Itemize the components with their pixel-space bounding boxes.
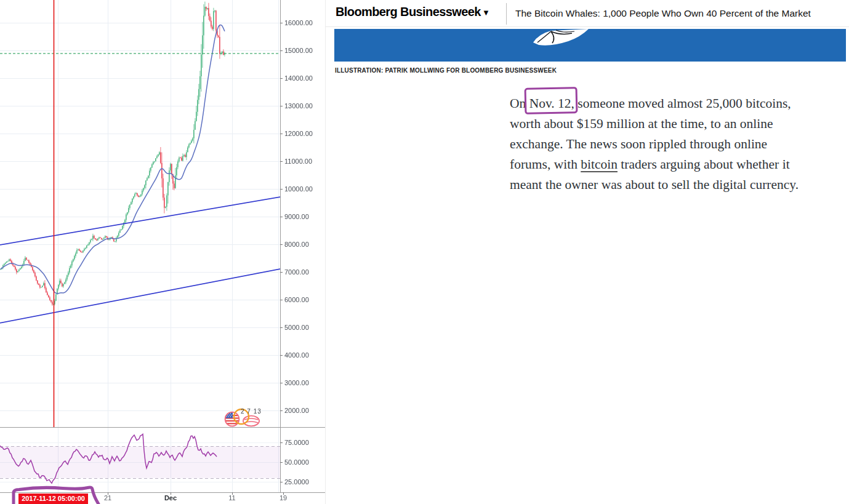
rsi-axis-label: 50.0000 bbox=[284, 458, 309, 466]
price-axis-label: 13000.00 bbox=[284, 102, 313, 110]
price-axis-label: 7000.00 bbox=[284, 268, 309, 276]
price-axis-label: 12000.00 bbox=[284, 130, 313, 137]
paragraph-line: forums, with bitcoin traders arguing abo… bbox=[510, 154, 849, 175]
illustration-credit: ILLUSTRATION: PATRIK MOLLWING FOR BLOOMB… bbox=[335, 67, 557, 74]
price-chart-canvas[interactable] bbox=[0, 0, 325, 504]
price-axis-label: 8000.00 bbox=[284, 241, 309, 248]
price-axis-label: 10000.00 bbox=[284, 185, 313, 193]
sketch-flag-icon bbox=[243, 416, 259, 426]
masthead: Bloomberg Businessweek ▼ The Bitcoin Wha… bbox=[326, 0, 849, 27]
price-axis-label: 15000.00 bbox=[284, 47, 313, 54]
article-hero-image bbox=[334, 29, 846, 62]
price-axis-label: 5000.00 bbox=[284, 324, 309, 331]
rsi-axis-label: 25.0000 bbox=[284, 478, 309, 486]
price-axis-label: 4000.00 bbox=[284, 351, 309, 359]
time-axis-label: 19 bbox=[280, 494, 287, 502]
price-axis-label: 3000.00 bbox=[284, 379, 309, 386]
screen: 16000.0015000.0014000.0013000.0012000.00… bbox=[0, 0, 849, 504]
whale-illustration-icon bbox=[531, 29, 590, 49]
price-axis-label: 11000.00 bbox=[284, 158, 312, 165]
price-axis-label: 2000.00 bbox=[284, 407, 309, 414]
article-paragraph: On Nov. 12, someone moved almost 25,000 … bbox=[510, 94, 849, 195]
hand-drawn-annotation-nov12: Nov. 12, bbox=[529, 96, 574, 111]
price-axis-label: 6000.00 bbox=[284, 296, 309, 303]
paragraph-line: worth about $159 million at the time, to… bbox=[510, 114, 849, 134]
paragraph-line: On Nov. 12, someone moved almost 25,000 … bbox=[510, 94, 849, 114]
event-count-label: 2 7 13 bbox=[241, 408, 262, 415]
bitcoin-link[interactable]: bitcoin bbox=[581, 157, 618, 172]
paragraph-line: exchange. The news soon rippled through … bbox=[510, 134, 849, 154]
masthead-divider bbox=[506, 3, 507, 25]
article-panel: Bloomberg Businessweek ▼ The Bitcoin Wha… bbox=[326, 0, 849, 504]
price-axis-label: 14000.00 bbox=[284, 74, 313, 82]
trading-chart-panel: 16000.0015000.0014000.0013000.0012000.00… bbox=[0, 0, 325, 504]
page-title: The Bitcoin Whales: 1,000 People Who Own… bbox=[515, 8, 811, 19]
bloomberg-businessweek-logo[interactable]: Bloomberg Businessweek bbox=[336, 5, 481, 19]
hand-drawn-annotation-date bbox=[7, 485, 107, 504]
time-axis-label: 11 bbox=[228, 494, 235, 502]
chevron-down-icon[interactable]: ▼ bbox=[482, 8, 490, 17]
time-axis-label: Dec bbox=[164, 494, 177, 502]
price-axis-label: 16000.00 bbox=[284, 19, 313, 26]
paragraph-line: meant the owner was about to sell the di… bbox=[510, 175, 849, 195]
rsi-axis-label: 75.0000 bbox=[284, 439, 309, 446]
price-axis-label: 9000.00 bbox=[284, 213, 309, 220]
